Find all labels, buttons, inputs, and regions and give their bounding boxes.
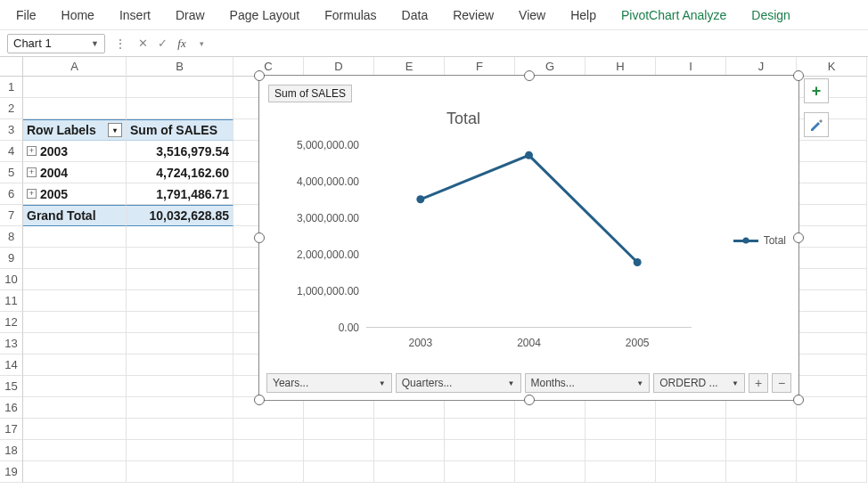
cell[interactable] — [127, 419, 233, 440]
cell[interactable] — [127, 333, 233, 354]
col-header-B[interactable]: B — [127, 57, 233, 77]
data-point[interactable] — [416, 195, 424, 203]
row-header[interactable]: 17 — [0, 419, 23, 440]
cell[interactable] — [797, 290, 867, 312]
resize-handle-nw[interactable] — [254, 70, 265, 81]
cell[interactable]: 10,032,628.85 — [127, 205, 233, 226]
tab-file[interactable]: File — [4, 1, 49, 29]
tab-draw[interactable]: Draw — [163, 1, 217, 29]
col-header-A[interactable]: A — [23, 57, 127, 77]
row-header[interactable]: 10 — [0, 269, 23, 290]
cell[interactable] — [797, 461, 867, 483]
field-button-years[interactable]: Years... ▼ — [266, 373, 392, 393]
resize-handle-e[interactable] — [793, 232, 804, 243]
cell[interactable]: +2005 — [23, 183, 127, 205]
tab-home[interactable]: Home — [49, 1, 107, 29]
cell[interactable] — [23, 312, 127, 333]
row-header[interactable]: 12 — [0, 312, 23, 333]
expand-icon[interactable]: + — [27, 189, 37, 199]
tab-insert[interactable]: Insert — [107, 1, 163, 29]
cell[interactable] — [23, 419, 127, 440]
cell[interactable] — [445, 461, 515, 483]
row-header[interactable]: 2 — [0, 98, 23, 119]
resize-handle-sw[interactable] — [254, 395, 265, 405]
tab-help[interactable]: Help — [558, 1, 609, 29]
tab-page-layout[interactable]: Page Layout — [217, 1, 313, 29]
cell[interactable] — [445, 440, 515, 461]
row-header[interactable]: 4 — [0, 141, 23, 162]
cell[interactable] — [233, 440, 304, 461]
cell[interactable] — [656, 440, 726, 461]
select-all-corner[interactable] — [0, 57, 23, 77]
col-header-D[interactable]: D — [304, 57, 374, 77]
tab-review[interactable]: Review — [440, 1, 506, 29]
formula-input[interactable] — [215, 34, 861, 53]
cell[interactable] — [726, 419, 797, 440]
cell[interactable] — [23, 461, 127, 483]
vertical-dots-icon[interactable]: ⋮ — [111, 37, 129, 50]
cell[interactable] — [127, 77, 233, 98]
row-header[interactable]: 14 — [0, 354, 23, 376]
cancel-formula-icon[interactable]: ✕ — [135, 37, 151, 50]
fx-dropdown-icon[interactable]: ▾ — [193, 39, 209, 48]
cell[interactable] — [127, 98, 233, 119]
cell[interactable] — [127, 226, 233, 248]
cell[interactable]: Grand Total — [23, 205, 127, 226]
cell[interactable] — [233, 461, 304, 483]
cell[interactable] — [797, 419, 867, 440]
cell[interactable] — [797, 397, 867, 419]
cell[interactable] — [127, 269, 233, 290]
cell[interactable] — [585, 461, 656, 483]
chart-styles-button[interactable] — [804, 112, 829, 137]
cell[interactable] — [304, 419, 374, 440]
cell[interactable] — [656, 461, 726, 483]
cell[interactable] — [374, 461, 445, 483]
cell[interactable]: 1,791,486.71 — [127, 183, 233, 205]
field-button-orderd[interactable]: ORDERD ... ▼ — [653, 373, 745, 393]
row-header[interactable]: 16 — [0, 397, 23, 419]
row-header[interactable]: 11 — [0, 290, 23, 312]
row-header[interactable]: 19 — [0, 461, 23, 483]
cell[interactable] — [797, 354, 867, 376]
cell[interactable] — [23, 376, 127, 397]
tab-data[interactable]: Data — [389, 1, 441, 29]
cell[interactable] — [127, 440, 233, 461]
accept-formula-icon[interactable]: ✓ — [154, 37, 170, 50]
cell[interactable]: 4,724,162.60 — [127, 162, 233, 183]
field-button-quarters[interactable]: Quarters... ▼ — [396, 373, 521, 393]
cell[interactable] — [23, 290, 127, 312]
cell[interactable]: +2003 — [23, 141, 127, 162]
cell[interactable] — [797, 269, 867, 290]
row-header[interactable]: 7 — [0, 205, 23, 226]
col-header-C[interactable]: C — [233, 57, 304, 77]
cell[interactable] — [797, 141, 867, 162]
cell[interactable]: +2004 — [23, 162, 127, 183]
fx-icon[interactable]: fx — [174, 37, 190, 51]
cell[interactable] — [515, 419, 585, 440]
pivot-chart[interactable]: Sum of SALES Total 0.001,000,000.002,000… — [258, 75, 799, 401]
col-header-E[interactable]: E — [374, 57, 445, 77]
row-header[interactable]: 9 — [0, 248, 23, 269]
col-header-H[interactable]: H — [585, 57, 656, 77]
resize-handle-se[interactable] — [793, 395, 804, 405]
cell[interactable] — [23, 248, 127, 269]
row-header[interactable]: 15 — [0, 376, 23, 397]
cell[interactable] — [23, 98, 127, 119]
cell[interactable]: Row Labels▾ — [23, 119, 127, 141]
tab-pivotchart-analyze[interactable]: PivotChart Analyze — [609, 1, 739, 29]
row-header[interactable]: 3 — [0, 119, 23, 141]
cell[interactable] — [127, 397, 233, 419]
cell[interactable] — [23, 397, 127, 419]
cell[interactable] — [797, 248, 867, 269]
cell[interactable] — [127, 290, 233, 312]
tab-formulas[interactable]: Formulas — [312, 1, 389, 29]
cell[interactable] — [445, 419, 515, 440]
cell[interactable] — [304, 461, 374, 483]
cell[interactable] — [304, 440, 374, 461]
cell[interactable] — [23, 440, 127, 461]
cell[interactable] — [797, 183, 867, 205]
row-header[interactable]: 6 — [0, 183, 23, 205]
cell[interactable] — [726, 440, 797, 461]
tab-design[interactable]: Design — [739, 1, 803, 29]
resize-handle-w[interactable] — [254, 232, 265, 243]
